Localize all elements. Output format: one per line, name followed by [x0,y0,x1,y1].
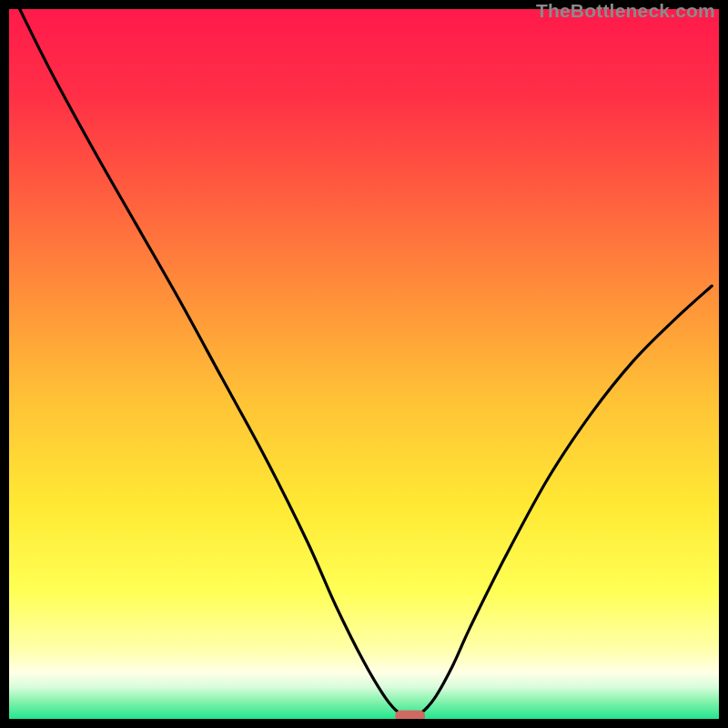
watermark-text: TheBottleneck.com [536,0,715,22]
min-marker [395,711,425,719]
chart-svg [9,9,719,719]
plot-background [9,9,719,719]
